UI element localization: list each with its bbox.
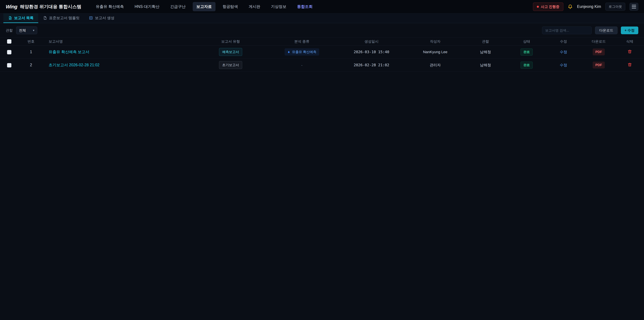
pdf-download-button[interactable]: PDF: [593, 49, 605, 55]
header-report-type: 보고서 유형: [193, 38, 268, 46]
jurisdiction: 남해청: [463, 59, 508, 72]
delete-row-button[interactable]: [628, 49, 632, 54]
tab-report-list[interactable]: 보고서 목록: [3, 14, 38, 23]
jurisdiction-select[interactable]: 전체 ▾: [16, 27, 37, 34]
header-report-name: 보고서명: [44, 38, 193, 46]
created-at: 2026-02-28 21:02: [336, 59, 408, 72]
nav-item-emergency-rescue[interactable]: 긴급구난: [166, 2, 189, 11]
created-at: 2026-03-10 15:40: [336, 46, 408, 59]
header-jurisdiction: 관할: [463, 38, 508, 46]
status-badge: 완료: [520, 62, 533, 69]
report-table: 번호 보고서명 보고서 유형 분석 종류 생성일시 작성자 관할 상태 수정 다…: [0, 37, 644, 72]
jurisdiction-filter-label: 관할: [6, 28, 13, 33]
report-name-link[interactable]: 초기보고서 2026-02-28 21:02: [49, 63, 100, 67]
report-type-badge: 초기보고서: [219, 61, 242, 69]
header-status: 상태: [508, 38, 545, 46]
report-tab-bar: 보고서 목록 표준보고서 템플릿 보고서 생성: [0, 14, 644, 23]
nav-item-aerial-search[interactable]: 항공탐색: [219, 2, 242, 11]
tab-standard-template[interactable]: 표준보고서 템플릿: [38, 14, 84, 23]
download-button[interactable]: 다운로드: [595, 27, 618, 34]
trash-icon: [628, 49, 632, 54]
jurisdiction-select-value: 전체: [19, 28, 26, 33]
nav-item-hns-air-dispersion[interactable]: HNS·대기확산: [131, 2, 163, 11]
row-checkbox[interactable]: [7, 63, 12, 68]
row-edit-button[interactable]: 수정: [560, 50, 567, 55]
header-right-controls: 사고 진행중 Eunjeong Kim 로그아웃: [533, 3, 638, 11]
pdf-download-button[interactable]: PDF: [593, 62, 605, 69]
table-row: 1 유출유 확산예측 보고서 예측보고서 유출유 확산예측 2026-03-10…: [0, 46, 644, 59]
edit-button[interactable]: + 수정: [621, 27, 638, 34]
analysis-type-empty: -: [301, 63, 302, 67]
top-header: Wing 해양환경 위기대응 통합시스템 유출유 확산예측 HNS·대기확산 긴…: [0, 0, 644, 14]
header-no: 번호: [18, 38, 44, 46]
nav-item-weather-info[interactable]: 기상정보: [267, 2, 290, 11]
report-search-input[interactable]: [542, 27, 592, 34]
report-list-icon: [8, 16, 12, 20]
logout-button[interactable]: 로그아웃: [606, 3, 625, 11]
main-nav: 유출유 확산예측 HNS·대기확산 긴급구난 보고자료 항공탐색 게시판 기상정…: [92, 2, 316, 11]
delete-row-button[interactable]: [628, 62, 632, 68]
report-type-badge: 예측보고서: [219, 48, 242, 56]
user-name: Eunjeong Kim: [577, 4, 601, 9]
oil-droplet-icon: [287, 51, 290, 54]
nav-item-oil-spill-prediction[interactable]: 유출유 확산예측: [92, 2, 128, 11]
nav-item-board[interactable]: 게시판: [245, 2, 264, 11]
header-created-at: 생성일시: [336, 38, 408, 46]
tab-report-create-label: 보고서 생성: [95, 16, 114, 21]
trash-icon: [628, 62, 632, 67]
analysis-type-badge: 유출유 확산예측: [284, 48, 319, 56]
header-analysis-type: 분석 종류: [268, 38, 336, 46]
incident-badge-label: 사고 진행중: [541, 4, 560, 9]
row-number: 1: [18, 46, 44, 59]
hamburger-menu-icon[interactable]: [630, 3, 638, 11]
jurisdiction: 남해청: [463, 46, 508, 59]
incident-status-dot: [537, 6, 539, 8]
row-number: 2: [18, 59, 44, 72]
tab-report-create[interactable]: 보고서 생성: [84, 14, 119, 23]
table-row: 2 초기보고서 2026-02-28 21:02 초기보고서 - 2026-02…: [0, 59, 644, 72]
row-edit-button[interactable]: 수정: [560, 63, 567, 68]
brand-logo: Wing 해양환경 위기대응 통합시스템: [6, 4, 81, 10]
table-header-row: 번호 보고서명 보고서 유형 분석 종류 생성일시 작성자 관할 상태 수정 다…: [0, 38, 644, 46]
author: 관리자: [408, 59, 463, 72]
row-checkbox[interactable]: [7, 50, 12, 54]
analysis-type-label: 유출유 확산예측: [292, 50, 316, 54]
app-title: 해양환경 위기대응 통합시스템: [20, 4, 81, 10]
status-badge: 완료: [520, 49, 533, 56]
bell-icon: [568, 4, 573, 9]
template-icon: [43, 16, 47, 20]
notification-bell-button[interactable]: [568, 4, 573, 9]
header-download: 다운로드: [582, 38, 616, 46]
brand-wordmark: Wing: [6, 4, 17, 10]
nav-item-integrated-search[interactable]: 통합조회: [294, 2, 316, 11]
select-all-checkbox[interactable]: [7, 39, 12, 44]
tab-standard-template-label: 표준보고서 템플릿: [49, 16, 80, 21]
header-delete: 삭제: [616, 38, 644, 46]
nav-item-reports[interactable]: 보고자료: [193, 2, 216, 11]
report-create-icon: [89, 16, 93, 20]
report-name-link[interactable]: 유출유 확산예측 보고서: [49, 50, 90, 54]
header-author: 작성자: [408, 38, 463, 46]
filter-toolbar: 관할 전체 ▾ 다운로드 + 수정: [0, 23, 644, 37]
tab-report-list-label: 보고서 목록: [14, 16, 34, 21]
author: NanKyung Lee: [408, 46, 463, 59]
header-edit: 수정: [545, 38, 582, 46]
chevron-down-icon: ▾: [33, 29, 34, 32]
incident-in-progress-badge[interactable]: 사고 진행중: [533, 3, 563, 11]
